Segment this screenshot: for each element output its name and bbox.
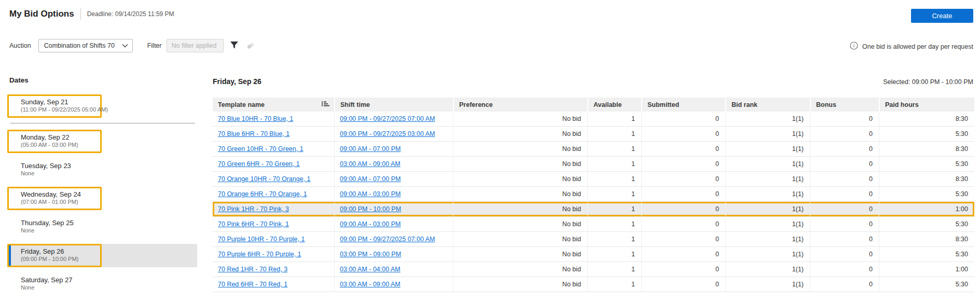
column-header-shift[interactable]: Shift time: [334, 98, 453, 112]
cell-value: 1(1): [792, 160, 804, 168]
template-link-3[interactable]: 70 Green 6HR - 70 Green, 1: [218, 160, 300, 168]
template-link-1[interactable]: 70 Blue 6HR - 70 Blue, 1: [218, 130, 289, 137]
shift-time-link-2[interactable]: 09:00 AM - 07:00 PM: [340, 145, 401, 153]
shift-time-link-5[interactable]: 09:00 AM - 03:00 PM: [340, 190, 401, 198]
table-body: 70 Blue 10HR - 70 Blue, 1 09:00 PM - 09/…: [213, 112, 974, 292]
cell-paid_hours: 8:30: [879, 232, 974, 246]
table-row: 70 Pink 6HR - 70 Pink, 1 09:00 AM - 03:0…: [213, 217, 974, 232]
cell-shift: 09:00 PM - 09/27/2025 07:00 AM: [334, 112, 453, 126]
cell-value: 1(1): [792, 251, 804, 258]
column-header-paid_hours[interactable]: Paid hours: [879, 98, 974, 112]
apply-filter-button[interactable]: [229, 40, 240, 52]
cell-shift: 09:00 AM - 07:00 PM: [334, 172, 453, 186]
create-button[interactable]: Create: [911, 9, 973, 23]
cell-submitted: 0: [641, 262, 725, 277]
column-header-preference[interactable]: Preference: [453, 98, 587, 112]
shift-time-link-1[interactable]: 09:00 PM - 09/27/2025 03:00 AM: [340, 130, 435, 137]
template-link-9[interactable]: 70 Purple 6HR - 70 Purple, 1: [218, 251, 301, 258]
column-header-template[interactable]: Template name: [213, 98, 334, 112]
clear-filter-button[interactable]: [245, 40, 256, 51]
date-sub-label: (11:00 PM - 09/22/2025 05:00 AM): [21, 106, 95, 113]
date-list-item-4[interactable]: Thursday, Sep 25 None: [7, 215, 197, 239]
template-link-6[interactable]: 70 Pink 1HR - 70 Pink, 3: [218, 205, 289, 213]
date-label: Tuesday, Sep 23: [21, 162, 95, 170]
column-header-label: Paid hours: [885, 101, 919, 108]
cell-value: 1: [631, 130, 635, 137]
cell-value: 8:30: [956, 145, 968, 153]
column-header-available[interactable]: Available: [587, 98, 641, 112]
cell-value: 1: [631, 236, 635, 243]
template-link-0[interactable]: 70 Blue 10HR - 70 Blue, 1: [218, 115, 293, 122]
template-link-4[interactable]: 70 Orange 10HR - 70 Orange, 1: [218, 175, 311, 183]
date-list-item-0[interactable]: Sunday, Sep 21 (11:00 PM - 09/22/2025 05…: [7, 94, 197, 118]
cell-bonus: 0: [810, 262, 879, 277]
cell-submitted: 0: [641, 142, 725, 156]
column-header-bid_rank[interactable]: Bid rank: [725, 98, 810, 112]
cell-value: 5:30: [956, 160, 968, 168]
table-row: 70 Purple 6HR - 70 Purple, 1 03:00 PM - …: [213, 247, 974, 262]
column-header-submitted[interactable]: Submitted: [641, 98, 725, 112]
date-sub-label: (07:00 AM - 01:00 PM): [21, 199, 95, 205]
cell-available: 1: [587, 232, 641, 246]
date-label: Thursday, Sep 25: [21, 219, 95, 227]
shift-time-link-7[interactable]: 09:00 AM - 03:00 PM: [340, 221, 401, 228]
cell-value: No bid: [562, 205, 581, 213]
dates-title: Dates: [9, 76, 29, 84]
filter-label: Filter: [147, 42, 162, 49]
date-list-item-1[interactable]: Monday, Sep 22 (05:00 AM - 03:00 PM): [7, 130, 197, 153]
cell-paid_hours: 5:30: [879, 277, 974, 292]
shift-time-link-6[interactable]: 09:00 PM - 10:00 PM: [340, 205, 401, 213]
cell-value: 5:30: [956, 130, 968, 137]
cell-value: No bid: [562, 236, 581, 243]
date-sub-label: None: [21, 284, 95, 291]
auction-dropdown[interactable]: Combination of Shifts 70: [38, 39, 133, 52]
date-list-item-2[interactable]: Tuesday, Sep 23 None: [7, 158, 197, 182]
date-list-item-5[interactable]: Friday, Sep 26 (09:00 PM - 10:00 PM): [7, 244, 197, 267]
shift-time-link-11[interactable]: 03:00 AM - 09:00 AM: [340, 281, 401, 288]
template-link-10[interactable]: 70 Red 1HR - 70 Red, 3: [218, 266, 287, 273]
filter-input[interactable]: [167, 39, 224, 52]
deadline-text: Deadline: 09/14/2025 11:59 PM: [87, 10, 174, 18]
shift-time-link-9[interactable]: 03:00 PM - 09:00 PM: [340, 251, 401, 258]
date-box: Sunday, Sep 21 (11:00 PM - 09/22/2025 05…: [7, 94, 102, 118]
cell-preference: No bid: [453, 112, 587, 126]
date-label: Friday, Sep 26: [21, 247, 95, 256]
template-link-11[interactable]: 70 Red 6HR - 70 Red, 1: [218, 281, 287, 288]
cell-bid_rank: 1(1): [725, 127, 810, 141]
template-link-5[interactable]: 70 Orange 6HR - 70 Orange, 1: [218, 190, 307, 198]
template-link-2[interactable]: 70 Green 10HR - 70 Green, 1: [218, 145, 303, 153]
page-title: My Bid Options: [9, 9, 74, 19]
cell-bid_rank: 1(1): [725, 232, 810, 246]
sort-descending-icon[interactable]: [321, 100, 330, 109]
cell-available: 1: [587, 127, 641, 141]
cell-shift: 09:00 PM - 09/27/2025 03:00 AM: [334, 127, 453, 141]
cell-value: 0: [715, 221, 719, 228]
cell-value: 0: [869, 251, 873, 258]
column-header-bonus[interactable]: Bonus: [810, 98, 879, 112]
cell-paid_hours: 8:30: [879, 112, 974, 126]
shift-time-link-8[interactable]: 09:00 PM - 09/27/2025 07:00 AM: [340, 236, 435, 243]
column-header-label: Bid rank: [731, 101, 757, 108]
shift-time-link-10[interactable]: 03:00 AM - 04:00 AM: [340, 266, 401, 273]
cell-value: 0: [715, 281, 719, 288]
cell-value: 0: [715, 145, 719, 153]
date-list-item-6[interactable]: Saturday, Sep 27 None: [7, 272, 197, 296]
cell-available: 1: [587, 217, 641, 231]
template-link-7[interactable]: 70 Pink 6HR - 70 Pink, 1: [218, 221, 289, 228]
cell-value: 1: [631, 281, 635, 288]
cell-value: No bid: [562, 160, 581, 168]
cell-template: 70 Pink 6HR - 70 Pink, 1: [213, 217, 334, 231]
shift-time-link-4[interactable]: 09:00 AM - 07:00 PM: [340, 175, 401, 183]
date-list-item-3[interactable]: Wednesday, Sep 24 (07:00 AM - 01:00 PM): [7, 187, 197, 210]
cell-value: 0: [715, 266, 719, 273]
template-link-8[interactable]: 70 Purple 10HR - 70 Purple, 1: [218, 236, 305, 243]
shift-time-link-0[interactable]: 09:00 PM - 09/27/2025 07:00 AM: [340, 115, 435, 122]
cell-value: 0: [869, 266, 873, 273]
cell-available: 1: [587, 262, 641, 277]
cell-template: 70 Blue 6HR - 70 Blue, 1: [213, 127, 334, 141]
shift-time-link-3[interactable]: 03:00 AM - 09:00 AM: [340, 160, 401, 168]
cell-preference: No bid: [453, 187, 587, 201]
cell-template: 70 Blue 10HR - 70 Blue, 1: [213, 112, 334, 126]
cell-value: 0: [869, 160, 873, 168]
cell-preference: No bid: [453, 262, 587, 277]
